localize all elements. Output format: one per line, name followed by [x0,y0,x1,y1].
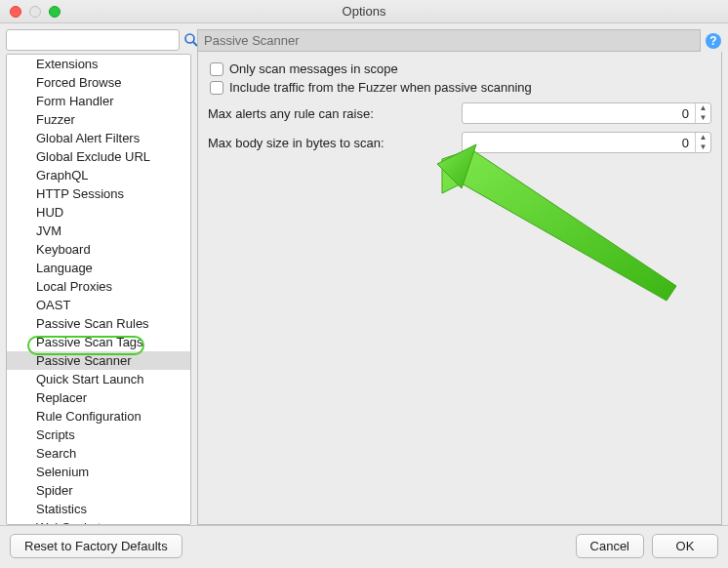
tree-item[interactable]: Forced Browse [7,73,190,92]
footer: Reset to Factory Defaults Cancel OK [0,525,728,568]
tree-item[interactable]: Spider [7,481,190,500]
reset-defaults-button[interactable]: Reset to Factory Defaults [10,534,182,558]
max-alerts-row: Max alerts any rule can raise: 0 ▲▼ [208,102,711,124]
svg-marker-6 [442,149,676,301]
panel-body: Only scan messages in scope Include traf… [197,52,722,525]
only-scan-scope-checkbox[interactable] [210,62,223,76]
tree-item[interactable]: JVM [7,222,190,240]
include-fuzzer-checkbox[interactable] [210,81,223,95]
tree-item[interactable]: Local Proxies [7,277,190,296]
max-alerts-value: 0 [463,106,695,121]
settings-panel: Passive Scanner ? Only scan messages in … [197,29,722,525]
content: ExtensionsForced BrowseForm HandlerFuzze… [0,23,728,525]
include-fuzzer-row: Include traffic from the Fuzzer when pas… [210,80,711,95]
tree-item[interactable]: Selenium [7,463,190,481]
sidebar: ExtensionsForced BrowseForm HandlerFuzze… [6,29,191,525]
tree-item[interactable]: Fuzzer [7,110,190,129]
window-title: Options [0,4,728,19]
tree-item[interactable]: Replacer [7,388,190,407]
tree-item[interactable]: Extensions [7,55,190,73]
max-alerts-spinner[interactable]: 0 ▲▼ [462,102,711,124]
help-icon[interactable]: ? [705,32,722,50]
tree-item[interactable]: Passive Scan Tags [7,333,190,351]
only-scan-scope-row: Only scan messages in scope [210,61,711,76]
tree-item[interactable]: Quick Start Launch [7,370,190,388]
search-input[interactable] [6,29,180,51]
search-row [6,29,191,51]
cancel-button[interactable]: Cancel [576,534,644,558]
max-alerts-stepper-buttons[interactable]: ▲▼ [695,103,710,123]
svg-text:?: ? [709,34,716,48]
tree-item[interactable]: Global Exclude URL [7,147,190,166]
panel-title: Passive Scanner [197,29,701,52]
tree-item[interactable]: WebSockets [7,518,190,525]
tree-item[interactable]: Passive Scan Rules [7,314,190,333]
options-tree[interactable]: ExtensionsForced BrowseForm HandlerFuzze… [6,54,191,525]
include-fuzzer-label: Include traffic from the Fuzzer when pas… [229,80,532,95]
tree-item[interactable]: Rule Configuration [7,407,190,426]
tree-item[interactable]: Scripts [7,426,190,444]
titlebar: Options [0,0,728,23]
tree-item[interactable]: GraphQL [7,166,190,184]
max-body-label: Max body size in bytes to scan: [208,136,462,150]
tree-item[interactable]: Language [7,259,190,277]
tree-item[interactable]: Keyboard [7,240,190,259]
svg-point-0 [185,34,194,43]
panel-header: Passive Scanner ? [197,29,722,52]
tree-item[interactable]: HTTP Sessions [7,184,190,203]
annotation-arrow [423,140,715,335]
tree-item[interactable]: Search [7,444,190,463]
only-scan-scope-label: Only scan messages in scope [229,61,398,76]
max-body-value: 0 [463,136,695,150]
tree-item[interactable]: OAST [7,296,190,314]
max-body-spinner[interactable]: 0 ▲▼ [462,132,711,153]
max-body-row: Max body size in bytes to scan: 0 ▲▼ [208,132,711,153]
tree-item[interactable]: Statistics [7,500,190,518]
tree-item[interactable]: Passive Scanner [7,351,190,370]
max-body-stepper-buttons[interactable]: ▲▼ [695,133,710,152]
tree-item[interactable]: Form Handler [7,92,190,110]
ok-button[interactable]: OK [652,534,718,558]
tree-item[interactable]: Global Alert Filters [7,129,190,147]
max-alerts-label: Max alerts any rule can raise: [208,106,462,121]
tree-item[interactable]: HUD [7,203,190,222]
